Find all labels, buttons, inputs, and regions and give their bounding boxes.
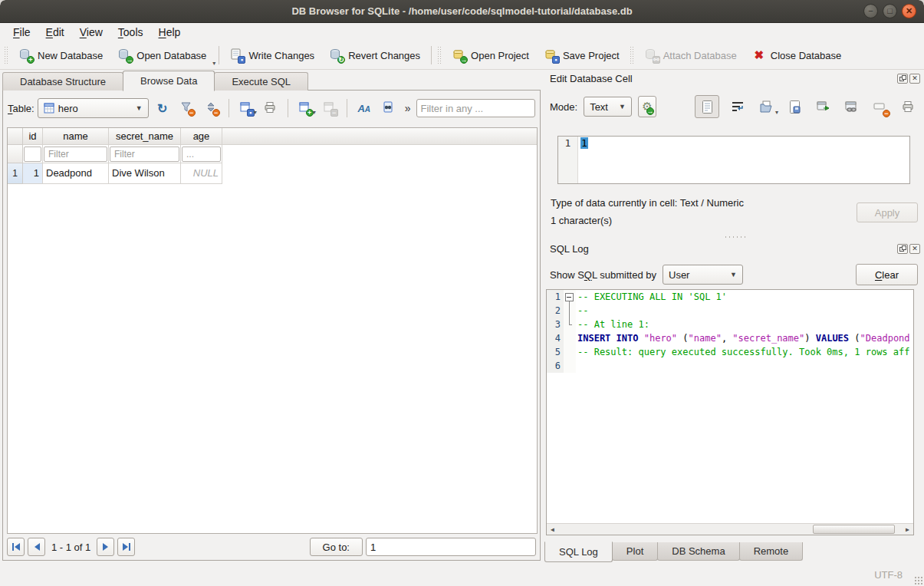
insert-record-button[interactable]: + ▾ xyxy=(294,98,316,118)
sql-log-editor[interactable]: 1-- EXECUTING ALL IN 'SQL 1'2--3-- At li… xyxy=(546,289,914,535)
cell-editor[interactable]: 1 1 xyxy=(557,136,910,184)
first-record-button[interactable] xyxy=(7,538,25,556)
cell-editor-content[interactable]: 1 xyxy=(580,137,588,149)
toolbar-separator xyxy=(288,99,288,117)
tab-remote[interactable]: Remote xyxy=(739,542,804,561)
clear-log-button[interactable]: Clear xyxy=(856,264,918,285)
clear-sorting-button[interactable]: − xyxy=(201,98,222,118)
show-sql-label: Show SQL submitted by xyxy=(550,269,656,281)
toolbar-drag-handle[interactable] xyxy=(4,46,9,64)
menu-file[interactable]: File xyxy=(6,25,38,40)
tab-sql-log[interactable]: SQL Log xyxy=(544,542,613,562)
open-database-dropdown-icon[interactable]: ▾ xyxy=(212,60,215,69)
insert-record-dropdown-icon[interactable]: ▾ xyxy=(313,109,316,118)
toolbar-overflow-button[interactable]: » xyxy=(403,102,413,114)
tab-execute-sql[interactable]: Execute SQL xyxy=(214,72,308,91)
print-cell-button[interactable] xyxy=(898,97,918,117)
filter-any-input[interactable] xyxy=(416,99,536,117)
filter-input-id[interactable] xyxy=(24,146,41,162)
attach-database-icon: ⚯ xyxy=(645,48,659,62)
grid-cell-age[interactable]: NULL xyxy=(181,163,222,184)
scrollbar-thumb[interactable] xyxy=(813,525,896,534)
revert-changes-button[interactable]: ↻ Revert Changes xyxy=(322,44,428,67)
filter-input-secret_name[interactable] xyxy=(110,146,179,162)
filter-input-name[interactable] xyxy=(44,146,107,162)
grid-cell-id[interactable]: 1 xyxy=(23,163,43,184)
tab-db-schema[interactable]: DB Schema xyxy=(657,542,739,561)
save-table-dropdown-icon[interactable]: ▾ xyxy=(254,109,257,118)
scroll-left-icon[interactable]: ◀ xyxy=(547,524,558,535)
maximize-button[interactable]: □ xyxy=(883,4,897,18)
mode-select[interactable]: Text ▼ xyxy=(584,97,632,117)
menu-edit[interactable]: Edit xyxy=(39,25,71,40)
table-select-value: hero xyxy=(58,103,78,114)
grid-cell-name[interactable]: Deadpond xyxy=(43,163,109,184)
encoding-indicator[interactable]: UTF-8 xyxy=(874,569,903,581)
show-sql-select[interactable]: User ▼ xyxy=(663,265,743,285)
write-changes-button[interactable]: ▪ Write Changes xyxy=(222,44,322,67)
import-dropdown-icon[interactable]: ▾ xyxy=(775,109,778,118)
goto-button[interactable]: Go to: xyxy=(310,538,363,556)
auto-switch-mode-button[interactable]: ⚙ → xyxy=(638,96,656,117)
first-record-icon xyxy=(12,543,21,551)
tab-browse-data[interactable]: Browse Data xyxy=(123,71,215,91)
document-icon xyxy=(702,100,713,114)
import-data-button[interactable]: ▾ xyxy=(756,97,776,117)
copy-link-button[interactable] xyxy=(841,97,861,117)
clear-filters-button[interactable]: − xyxy=(176,98,198,118)
menu-view[interactable]: View xyxy=(73,25,110,40)
data-grid[interactable]: idnamesecret_nameage 11DeadpondDive Wils… xyxy=(7,127,538,534)
filter-input-age[interactable] xyxy=(182,146,221,162)
open-project-icon: → xyxy=(452,48,466,62)
title-bar[interactable]: DB Browser for SQLite - /home/user/code/… xyxy=(0,0,924,23)
chevron-down-icon: ▼ xyxy=(613,103,626,110)
previous-record-icon xyxy=(33,543,41,551)
last-record-button[interactable] xyxy=(117,538,135,556)
text-view-button[interactable] xyxy=(695,95,719,118)
tab-database-structure[interactable]: Database Structure xyxy=(2,72,123,91)
menu-tools[interactable]: Tools xyxy=(111,25,150,40)
chevron-down-icon: ▼ xyxy=(130,104,143,112)
close-dock-button[interactable]: ✕ xyxy=(909,74,920,84)
find-document-icon xyxy=(382,101,396,115)
scrollbar-track[interactable] xyxy=(558,524,902,535)
word-wrap-button[interactable] xyxy=(728,97,748,117)
save-table-button[interactable]: ▪ ▾ xyxy=(235,98,257,118)
sql-log-line: 3-- At line 1: xyxy=(547,318,913,331)
scroll-right-icon[interactable]: ▶ xyxy=(902,524,913,535)
refresh-button[interactable]: ↻ xyxy=(152,98,173,118)
close-database-button[interactable]: ✖ Close Database xyxy=(745,44,850,67)
export-data-button[interactable] xyxy=(784,97,804,117)
float-dock-button[interactable] xyxy=(897,74,908,84)
minimize-button[interactable]: − xyxy=(863,4,878,18)
open-database-button[interactable]: → Open Database xyxy=(110,44,214,67)
open-in-external-button[interactable] xyxy=(813,97,833,117)
goto-input[interactable] xyxy=(366,538,536,556)
find-in-table-button[interactable] xyxy=(378,98,400,118)
menu-help[interactable]: Help xyxy=(152,25,188,40)
edit-display-format-button[interactable]: AA xyxy=(353,98,375,118)
close-dock-button[interactable]: ✕ xyxy=(909,244,920,254)
dock-splitter-handle[interactable] xyxy=(724,235,745,239)
delete-record-button: − xyxy=(319,98,340,118)
grid-cell-secret_name[interactable]: Dive Wilson xyxy=(109,163,181,184)
revert-changes-icon: ↻ xyxy=(330,48,344,62)
previous-record-button[interactable] xyxy=(28,538,45,556)
tab-plot[interactable]: Plot xyxy=(612,542,658,561)
toolbar-drag-handle[interactable] xyxy=(437,46,442,64)
save-project-button[interactable]: ▪ Save Project xyxy=(537,44,627,67)
open-project-button[interactable]: → Open Project xyxy=(445,44,537,67)
close-button[interactable]: ✕ xyxy=(902,4,916,18)
close-database-icon: ✖ xyxy=(752,48,766,62)
new-database-button[interactable]: + New Database xyxy=(12,44,110,67)
resize-grip-icon[interactable] xyxy=(913,575,922,584)
table-row[interactable]: 11DeadpondDive WilsonNULL xyxy=(8,163,537,184)
float-dock-button[interactable] xyxy=(897,244,908,254)
toolbar-drag-handle[interactable] xyxy=(630,46,635,64)
print-table-button[interactable] xyxy=(260,98,281,118)
app-window: DB Browser for SQLite - /home/user/code/… xyxy=(0,0,924,586)
table-select[interactable]: hero ▼ xyxy=(38,98,149,118)
sql-log-hscrollbar[interactable]: ◀ ▶ xyxy=(547,523,913,535)
set-null-button[interactable]: − xyxy=(870,97,889,117)
next-record-button[interactable] xyxy=(97,538,114,556)
